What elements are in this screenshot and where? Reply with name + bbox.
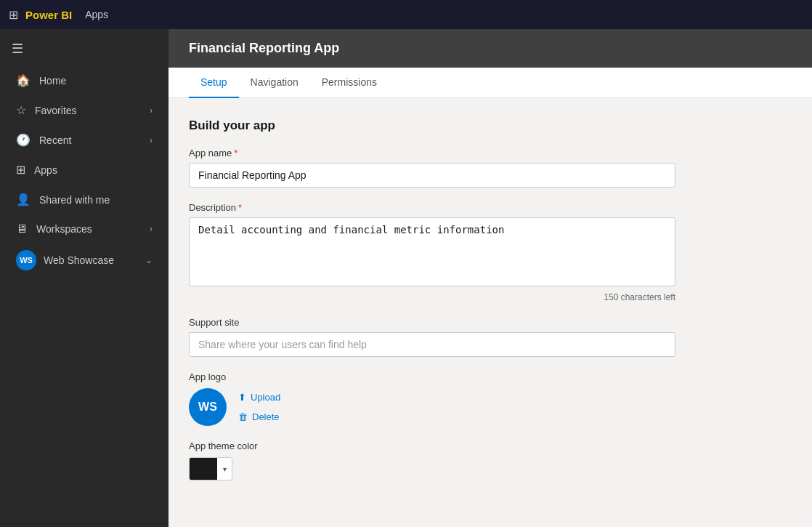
- sidebar-shared-label: Shared with me: [39, 194, 153, 206]
- sidebar-item-workspaces[interactable]: 🖥 Workspaces ›: [4, 215, 164, 243]
- chevron-right-icon: ›: [150, 135, 153, 145]
- app-logo-section: App logo WS ⬆ Upload 🗑 Delete: [189, 371, 792, 426]
- theme-color-label: App theme color: [189, 440, 792, 451]
- sidebar-item-favorites[interactable]: ☆ Favorites ›: [4, 96, 164, 124]
- form-content: Build your app App name * Description * …: [169, 98, 812, 527]
- sidebar-apps-label: Apps: [34, 164, 153, 176]
- support-site-input[interactable]: [189, 332, 675, 357]
- chevron-down-icon: ⌄: [145, 255, 153, 265]
- theme-color-picker[interactable]: ▾: [189, 457, 232, 480]
- chevron-right-icon: ›: [150, 105, 153, 116]
- sidebar-favorites-label: Favorites: [35, 105, 141, 116]
- app-name-label: App name *: [189, 148, 792, 158]
- home-icon: 🏠: [16, 73, 31, 87]
- app-title: Financial Reporting App: [189, 41, 339, 56]
- description-label: Description *: [189, 202, 792, 213]
- shared-icon: 👤: [16, 193, 31, 206]
- sidebar-item-home[interactable]: 🏠 Home: [4, 66, 164, 94]
- main-layout: ☰ 🏠 Home ☆ Favorites › 🕐 Recent › ⊞ Apps…: [0, 29, 812, 527]
- required-star: *: [238, 202, 242, 213]
- support-site-label: Support site: [189, 317, 792, 328]
- app-name-input[interactable]: [189, 163, 675, 188]
- sidebar-recent-label: Recent: [39, 134, 141, 146]
- apps-icon: ⊞: [16, 163, 25, 177]
- sidebar-item-apps[interactable]: ⊞ Apps: [4, 156, 164, 184]
- sidebar-item-web-showcase[interactable]: WS Web Showcase ⌄: [4, 244, 164, 276]
- sidebar-item-shared[interactable]: 👤 Shared with me: [4, 185, 164, 214]
- required-star: *: [234, 148, 237, 158]
- tabs-bar: Setup Navigation Permissions: [169, 68, 812, 98]
- avatar: WS: [16, 250, 36, 270]
- description-textarea[interactable]: Detail accounting and financial metric i…: [189, 217, 675, 286]
- app-logo-avatar: WS: [189, 388, 227, 426]
- delete-icon: 🗑: [238, 411, 248, 422]
- delete-button[interactable]: 🗑 Delete: [238, 410, 280, 424]
- description-group: Description * Detail accounting and fina…: [189, 202, 792, 302]
- hamburger-button[interactable]: ☰: [0, 35, 169, 65]
- star-icon: ☆: [16, 103, 26, 117]
- chevron-right-icon: ›: [150, 224, 153, 234]
- tab-setup[interactable]: Setup: [189, 68, 239, 98]
- recent-icon: 🕐: [16, 133, 31, 147]
- chevron-down-icon: ▾: [217, 465, 232, 473]
- tab-permissions[interactable]: Permissions: [310, 68, 389, 98]
- brand: Power Power BIBI: [25, 9, 72, 21]
- sidebar-workspaces-label: Workspaces: [36, 223, 141, 235]
- app-header: Financial Reporting App: [169, 29, 812, 68]
- upload-button[interactable]: ⬆ Upload: [238, 390, 280, 404]
- tab-navigation[interactable]: Navigation: [239, 68, 310, 98]
- app-logo-label: App logo: [189, 371, 792, 382]
- app-name-group: App name *: [189, 148, 792, 188]
- upload-icon: ⬆: [238, 392, 246, 403]
- logo-row: WS ⬆ Upload 🗑 Delete: [189, 388, 792, 426]
- section-title: Build your app: [189, 118, 792, 133]
- sidebar-home-label: Home: [39, 75, 153, 87]
- workspaces-icon: 🖥: [16, 222, 28, 236]
- topbar-apps-link[interactable]: Apps: [79, 6, 114, 23]
- powerbi-logo: Power Power BIBI: [25, 9, 72, 21]
- theme-color-section: App theme color ▾: [189, 440, 792, 480]
- grid-icon[interactable]: ⊞: [9, 8, 18, 22]
- support-site-group: Support site: [189, 317, 792, 357]
- logo-actions: ⬆ Upload 🗑 Delete: [238, 390, 280, 424]
- theme-color-swatch: [190, 458, 217, 480]
- sidebar: ☰ 🏠 Home ☆ Favorites › 🕐 Recent › ⊞ Apps…: [0, 29, 169, 527]
- sidebar-item-recent[interactable]: 🕐 Recent ›: [4, 126, 164, 154]
- sidebar-web-showcase-label: Web Showcase: [44, 254, 138, 266]
- topbar: ⊞ Power Power BIBI Apps: [0, 0, 812, 29]
- content-area: Financial Reporting App Setup Navigation…: [169, 29, 812, 527]
- char-count: 150 characters left: [189, 292, 675, 302]
